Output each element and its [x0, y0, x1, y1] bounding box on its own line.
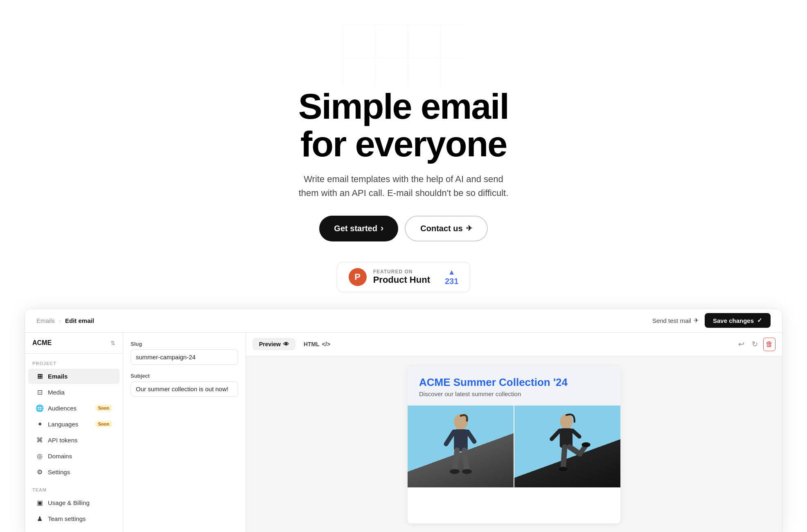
subject-input[interactable] [131, 381, 238, 397]
ph-upvote-arrow: ▲ [448, 268, 455, 277]
sidebar-media-label: Media [48, 389, 65, 396]
api-tokens-icon: ⌘ [36, 436, 44, 444]
preview-actions: ↩ ↻ 🗑 [736, 338, 775, 351]
subject-label: Subject [131, 373, 238, 379]
send-test-button[interactable]: Send test mail ✈ [652, 317, 699, 324]
languages-icon: ✦ [36, 420, 44, 428]
send-icon: ✈ [466, 224, 472, 233]
ph-text-block: FEATURED ON Product Hunt [373, 269, 430, 285]
contact-us-button[interactable]: Contact us ✈ [405, 216, 487, 241]
hero-buttons: Get started Contact us ✈ [319, 216, 487, 241]
app-topbar: Emails › Edit email Send test mail ✈ Sav… [25, 309, 782, 333]
svg-point-17 [582, 442, 591, 447]
hero-subtitle: Write email templates with the help of A… [297, 172, 510, 200]
ph-logo: P [349, 268, 367, 286]
preview-content: ACME Summer Collection '24 Discover our … [246, 356, 782, 532]
hero-title: Simple email for everyone [298, 88, 509, 163]
breadcrumb-separator: › [59, 317, 61, 324]
sidebar-item-settings[interactable]: ⚙ Settings [28, 464, 119, 480]
undo-button[interactable]: ↩ [736, 338, 746, 351]
ph-votes-count: 231 [445, 277, 458, 286]
middle-panel: Slug Subject [123, 333, 246, 532]
tab-preview[interactable]: Preview 👁 [252, 338, 295, 350]
audiences-icon: 🌐 [36, 404, 44, 412]
product-hunt-badge[interactable]: P FEATURED ON Product Hunt ▲ 231 [337, 262, 471, 292]
audiences-badge: Soon [95, 405, 113, 411]
billing-icon: ▣ [36, 499, 44, 507]
redo-button[interactable]: ↻ [750, 338, 760, 351]
email-preview: ACME Summer Collection '24 Discover our … [408, 366, 620, 523]
sidebar-item-api-tokens[interactable]: ⌘ API tokens [28, 433, 119, 448]
eye-icon: 👁 [283, 341, 289, 347]
sidebar-item-emails[interactable]: ⊞ Emails [28, 369, 119, 384]
sidebar-item-team-settings[interactable]: ♟ Team settings [28, 511, 119, 526]
sidebar-billing-label: Usage & Billing [48, 499, 90, 506]
sidebar-settings-label: Settings [48, 469, 70, 476]
sidebar-item-languages[interactable]: ✦ Languages Soon [28, 417, 119, 432]
sidebar: ACME ⇅ PROJECT ⊞ Emails ⊡ Media 🌐 Audien… [25, 333, 123, 532]
code-icon: </> [322, 341, 330, 347]
workspace-name: ACME [32, 339, 52, 347]
team-icon: ♟ [36, 515, 44, 523]
sidebar-languages-label: Languages [48, 421, 78, 428]
slug-label: Slug [131, 341, 238, 347]
sidebar-item-media[interactable]: ⊡ Media [28, 385, 119, 400]
email-subtitle: Discover our latest summer collection [419, 390, 609, 397]
get-started-button[interactable]: Get started [319, 216, 398, 241]
athlete-image-1 [408, 406, 514, 487]
preview-tabs: Preview 👁 HTML </> ↩ ↻ 🗑 [246, 333, 782, 356]
check-icon: ✓ [757, 317, 762, 324]
send-icon: ✈ [694, 317, 699, 324]
sidebar-team-settings-label: Team settings [48, 515, 86, 522]
save-changes-button[interactable]: Save changes ✓ [705, 313, 771, 328]
sidebar-emails-label: Emails [48, 373, 68, 380]
svg-line-13 [563, 447, 565, 469]
svg-line-3 [446, 432, 454, 444]
chevron-icon: ⇅ [110, 340, 115, 346]
topbar-actions: Send test mail ✈ Save changes ✓ [652, 313, 771, 328]
emails-icon: ⊞ [36, 372, 44, 380]
svg-line-5 [455, 450, 457, 471]
slug-input[interactable] [131, 349, 238, 365]
svg-line-12 [573, 431, 579, 437]
svg-point-9 [560, 414, 573, 429]
tab-html[interactable]: HTML </> [297, 338, 337, 350]
breadcrumb-parent[interactable]: Emails [36, 317, 55, 324]
sidebar-item-usage-billing[interactable]: ▣ Usage & Billing [28, 495, 119, 510]
delete-button[interactable]: 🗑 [763, 338, 775, 351]
send-test-label: Send test mail [652, 317, 691, 324]
sidebar-project-label: PROJECT [25, 354, 123, 368]
sidebar-api-tokens-label: API tokens [48, 437, 78, 444]
email-images [408, 406, 620, 487]
email-header: ACME Summer Collection '24 Discover our … [408, 366, 620, 406]
svg-line-6 [464, 450, 467, 471]
svg-point-7 [450, 469, 460, 474]
domains-icon: ◎ [36, 452, 44, 460]
preview-tab-label: Preview [259, 341, 281, 347]
athlete-image-2 [514, 406, 620, 487]
sidebar-item-domains[interactable]: ◎ Domains [28, 449, 119, 464]
ph-product-name: Product Hunt [373, 275, 430, 285]
svg-line-4 [467, 432, 474, 442]
languages-badge: Soon [95, 421, 113, 427]
breadcrumb-current: Edit email [65, 317, 94, 324]
app-window: Emails › Edit email Send test mail ✈ Sav… [25, 309, 782, 532]
sidebar-team-label: TEAM [25, 480, 123, 495]
save-changes-label: Save changes [713, 317, 754, 324]
subject-field: Subject [131, 373, 238, 397]
preview-panel: Preview 👁 HTML </> ↩ ↻ 🗑 ACME Summer Col… [246, 333, 782, 532]
html-tab-label: HTML [304, 341, 320, 347]
contact-us-label: Contact us [420, 224, 462, 233]
settings-icon: ⚙ [36, 468, 44, 476]
slug-field: Slug [131, 341, 238, 365]
svg-rect-0 [342, 25, 465, 86]
svg-line-11 [552, 431, 560, 439]
workspace-selector[interactable]: ACME ⇅ [25, 333, 123, 354]
sidebar-audiences-label: Audiences [48, 405, 77, 412]
svg-point-8 [462, 469, 472, 474]
breadcrumb: Emails › Edit email [36, 317, 652, 324]
sidebar-item-audiences[interactable]: 🌐 Audiences Soon [28, 401, 119, 416]
svg-point-16 [559, 467, 568, 471]
app-body: ACME ⇅ PROJECT ⊞ Emails ⊡ Media 🌐 Audien… [25, 333, 782, 532]
media-icon: ⊡ [36, 388, 44, 396]
